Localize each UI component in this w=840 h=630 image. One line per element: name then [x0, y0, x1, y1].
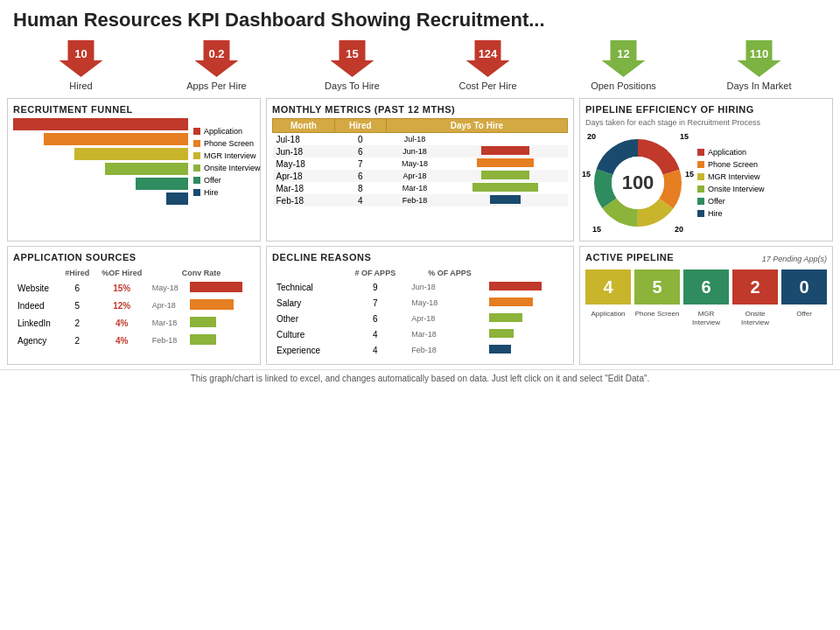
pipeline-title: PIPELINE EFFICIENCY OF HIRING — [585, 104, 827, 115]
monthly-table: Month Hired Days To Hire Jul-18 0 Jul-18… — [272, 118, 568, 206]
kpi-apps-per-hire: 0.2 Apps Per Hire — [160, 40, 274, 91]
list-item: Technical 9 Jun-18 — [274, 280, 566, 294]
pipeline-stage-label: Onsite Interview — [732, 310, 778, 326]
pipeline-stage-value: 5 — [634, 270, 680, 304]
monthly-col-hired: Hired — [334, 119, 386, 133]
recruitment-funnel-panel: RECRUITMENT FUNNEL Application Phone Scr… — [7, 98, 261, 242]
list-item: Website 6 15% May-18 — [15, 280, 253, 296]
table-row: May-18 7 May-18 — [273, 158, 568, 170]
kpi-open-positions: 12 Open Positions — [567, 40, 681, 91]
list-item: Culture 4 Mar-18 — [274, 327, 566, 341]
sources-title: APPLICATION SOURCES — [13, 252, 255, 262]
kpi-cost-per-hire: 124 Cost Per Hire — [431, 40, 545, 91]
decline-title: DECLINE REASONS — [272, 252, 568, 262]
pipeline-stage-label: MGR Interview — [683, 310, 729, 326]
footer-text: This graph/chart is linked to excel, and… — [0, 369, 840, 387]
top-panels-row: RECRUITMENT FUNNEL Application Phone Scr… — [0, 98, 840, 242]
table-row: Feb-18 4 Feb-18 — [273, 194, 568, 206]
kpi-open-value: 12 — [602, 47, 646, 60]
pipeline-stage-value: 2 — [732, 270, 778, 304]
kpi-market-label: Days In Market — [727, 80, 792, 91]
pipeline-efficiency-panel: PIPELINE EFFICIENCY OF HIRING Days taken… — [579, 98, 833, 242]
kpi-days-label: Days To Hire — [325, 80, 380, 91]
bottom-panels-row: APPLICATION SOURCES #Hired %OF Hired Con… — [0, 246, 840, 365]
list-item: Indeed 5 12% Apr-18 — [15, 298, 253, 313]
kpi-cost-value: 124 — [466, 47, 510, 60]
donut-center-value: 100 — [622, 172, 654, 194]
pending-label: 17 Pending App(s) — [762, 255, 827, 263]
monthly-col-days: Days To Hire — [386, 119, 567, 133]
list-item: Agency 2 4% Feb-18 — [15, 332, 253, 348]
kpi-apps-value: 0.2 — [195, 47, 239, 60]
kpi-hired: 10 Hired — [24, 40, 138, 91]
donut-chart: 100 15 15 20 15 15 20 — [585, 130, 690, 235]
list-item: LinkedIn 2 4% Mar-18 — [15, 315, 253, 331]
sources-table: #Hired %OF Hired Conv Rate Website 6 15%… — [13, 266, 255, 350]
list-item: Experience 4 Feb-18 — [274, 343, 566, 357]
pipeline-stage-value: 0 — [781, 270, 827, 304]
funnel-title: RECRUITMENT FUNNEL — [13, 104, 255, 115]
list-item: Other 6 Apr-18 — [274, 312, 566, 326]
pipeline-stage-label: Phone Screen — [634, 310, 680, 326]
kpi-days-in-market: 110 Days In Market — [703, 40, 816, 91]
monthly-title: MONTHLY METRICS (PAST 12 MTHS) — [272, 104, 568, 115]
list-item: Salary 7 May-18 — [274, 296, 566, 310]
kpi-apps-label: Apps Per Hire — [186, 80, 246, 91]
table-row: Jul-18 0 Jul-18 — [273, 133, 568, 146]
pipeline-stage-value: 4 — [585, 270, 631, 304]
kpi-hired-value: 10 — [60, 47, 103, 60]
kpi-days-to-hire: 15 Days To Hire — [296, 40, 410, 91]
active-pipeline-panel: ACTIVE PIPELINE 17 Pending App(s) 45620 … — [579, 246, 833, 365]
decline-reasons-panel: DECLINE REASONS # OF APPS % OF APPS Tech… — [266, 246, 574, 365]
page-title: Human Resources KPI Dashboard Showing Re… — [0, 0, 840, 36]
table-row: Jun-18 6 Jun-18 — [273, 145, 568, 158]
table-row: Apr-18 6 Apr-18 — [273, 170, 568, 182]
table-row: Mar-18 8 Mar-18 — [273, 182, 568, 194]
decline-table: # OF APPS % OF APPS Technical 9 Jun-18 S… — [272, 266, 568, 359]
monthly-metrics-panel: MONTHLY METRICS (PAST 12 MTHS) Month Hir… — [266, 98, 574, 242]
monthly-col-month: Month — [273, 119, 335, 133]
pipeline-stage-value: 6 — [683, 270, 729, 304]
pipeline-stage-label: Offer — [781, 310, 827, 326]
kpi-days-value: 15 — [331, 47, 374, 60]
kpi-market-value: 110 — [738, 47, 781, 60]
application-sources-panel: APPLICATION SOURCES #Hired %OF Hired Con… — [7, 246, 261, 365]
pipeline-legend: Application Phone Screen MGR Interview O… — [697, 148, 776, 218]
funnel-legend: Application Phone Screen MGR Interview O… — [193, 118, 272, 205]
kpi-hired-label: Hired — [69, 80, 92, 91]
kpi-cost-label: Cost Per Hire — [458, 80, 516, 91]
pipeline-stage-label: Application — [585, 310, 631, 326]
kpi-row: 10 Hired 0.2 Apps Per Hire 15 Days To Hi… — [0, 36, 840, 98]
pipeline-subtitle: Days taken for each stage in Recruitment… — [585, 118, 827, 127]
funnel-bars — [13, 118, 188, 205]
kpi-open-label: Open Positions — [591, 80, 656, 91]
active-pipeline-title: ACTIVE PIPELINE — [585, 252, 674, 262]
